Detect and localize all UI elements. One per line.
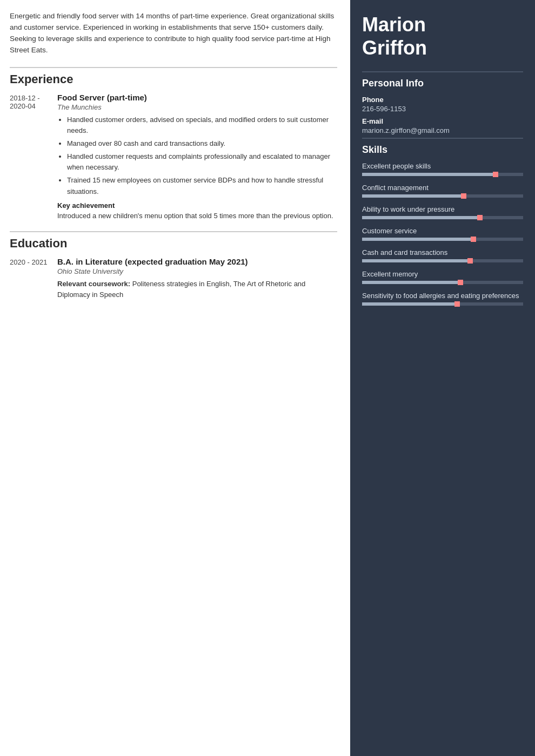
candidate-name: Marion Griffon <box>362 13 523 59</box>
skill-item: Conflict management <box>362 184 523 198</box>
skill-bar-fill <box>362 173 494 176</box>
skill-bar-fill <box>362 194 462 198</box>
skill-name: Excellent memory <box>362 270 523 278</box>
bullet-item: Handled customer orders, advised on spec… <box>67 114 337 136</box>
skill-bar-bg <box>362 216 523 219</box>
personal-info-title: Personal Info <box>362 71 523 89</box>
skill-item: Ability to work under pressure <box>362 205 523 219</box>
skill-bar-bg <box>362 173 523 176</box>
key-achievement-label: Key achievement <box>57 201 337 210</box>
skill-bar-dot <box>454 301 460 307</box>
skill-bar-dot <box>493 172 498 177</box>
entry-content: Food Server (part-time)The MunchiesHandl… <box>57 93 337 221</box>
skill-bar-fill <box>362 302 456 306</box>
skill-bar-bg <box>362 281 523 284</box>
skill-bar-fill <box>362 259 469 262</box>
education-entry: 2020 - 2021B.A. in Literature (expected … <box>10 257 337 300</box>
skill-item: Sensitivity to food allergies and eating… <box>362 292 523 306</box>
education-section-title: Education <box>10 231 337 251</box>
phone-label: Phone <box>362 96 523 104</box>
edu-institution: Ohio State University <box>57 267 337 275</box>
skill-item: Excellent memory <box>362 270 523 284</box>
entry-bullets: Handled customer orders, advised on spec… <box>57 114 337 197</box>
email-value: marion.z.girffon@gmail.com <box>362 126 523 134</box>
skill-item: Cash and card transactions <box>362 248 523 262</box>
skill-bar-bg <box>362 302 523 306</box>
summary-text: Energetic and friendly food server with … <box>10 11 337 56</box>
skill-bar-fill <box>362 216 478 219</box>
skill-name: Ability to work under pressure <box>362 205 523 213</box>
skill-bar-fill <box>362 238 472 241</box>
education-entries: 2020 - 2021B.A. in Literature (expected … <box>10 257 337 300</box>
edu-content: B.A. in Literature (expected graduation … <box>57 257 337 300</box>
skill-name: Excellent people skills <box>362 162 523 170</box>
skill-bar-fill <box>362 281 459 284</box>
skill-bar-dot <box>458 280 463 285</box>
experience-entries: 2018-12 - 2020-04Food Server (part-time)… <box>10 93 337 221</box>
skill-item: Excellent people skills <box>362 162 523 176</box>
skill-bar-dot <box>461 193 466 199</box>
skill-name: Customer service <box>362 227 523 235</box>
edu-date: 2020 - 2021 <box>10 257 57 300</box>
skill-item: Customer service <box>362 227 523 241</box>
skill-bar-bg <box>362 238 523 241</box>
bullet-item: Managed over 80 cash and card transactio… <box>67 138 337 149</box>
key-achievement-text: Introduced a new children's menu option … <box>57 211 337 221</box>
skill-bar-dot <box>471 237 476 242</box>
skills-list: Excellent people skillsConflict manageme… <box>362 162 523 306</box>
experience-section-title: Experience <box>10 67 337 86</box>
edu-title: B.A. in Literature (expected graduation … <box>57 257 337 266</box>
skills-title: Skills <box>362 138 523 156</box>
skill-name: Conflict management <box>362 184 523 192</box>
skill-bar-bg <box>362 259 523 262</box>
skill-bar-dot <box>467 258 473 264</box>
entry-date: 2018-12 - 2020-04 <box>10 93 57 221</box>
bullet-item: Handled customer requests and complaints… <box>67 151 337 173</box>
experience-entry: 2018-12 - 2020-04Food Server (part-time)… <box>10 93 337 221</box>
skill-bar-dot <box>477 215 483 220</box>
entry-job-title: Food Server (part-time) <box>57 93 337 102</box>
skill-name: Cash and card transactions <box>362 248 523 256</box>
email-label: E-mail <box>362 117 523 125</box>
skill-name: Sensitivity to food allergies and eating… <box>362 292 523 300</box>
right-panel: Marion Griffon Personal Info Phone 216-5… <box>350 0 535 756</box>
entry-company: The Munchies <box>57 103 337 111</box>
skill-bar-bg <box>362 194 523 198</box>
bullet-item: Trained 15 new employees on customer ser… <box>67 175 337 197</box>
phone-value: 216-596-1153 <box>362 105 523 113</box>
edu-coursework: Relevant coursework: Politeness strategi… <box>57 279 337 300</box>
left-panel: Energetic and friendly food server with … <box>0 0 350 756</box>
